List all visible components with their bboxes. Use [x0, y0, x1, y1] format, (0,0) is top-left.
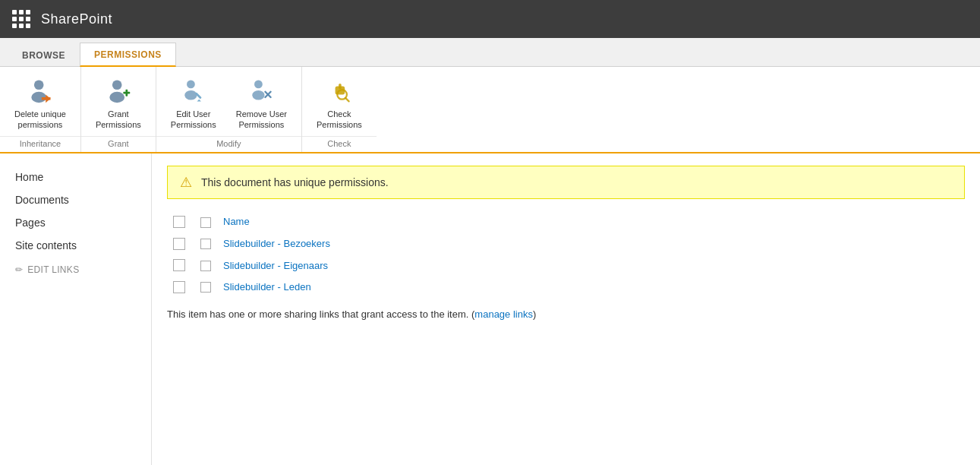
ribbon-buttons-grant: Grant Permissions — [81, 67, 156, 136]
svg-point-5 — [109, 92, 124, 103]
ribbon-group-grant-label: Grant — [81, 136, 156, 152]
row2-checkbox-outer[interactable] — [167, 255, 191, 277]
tab-browse[interactable]: BROWSE — [8, 43, 80, 66]
permissions-table: Name Slidebuilder - Bezoekers Slidebui — [167, 211, 965, 298]
ribbon-buttons-inheritance: Delete unique permissions — [0, 67, 80, 136]
sidebar-item-site-contents[interactable]: Site contents — [0, 234, 151, 257]
ribbon-group-grant: Grant Permissions Grant — [81, 67, 156, 152]
ribbon-group-modify: Edit User Permissions Remove User Permis… — [156, 67, 302, 152]
edit-user-permissions-icon — [178, 75, 209, 106]
app-title: SharePoint — [41, 11, 112, 27]
check-permissions-icon — [324, 75, 355, 106]
check-permissions-label: Check Permissions — [317, 109, 362, 131]
pencil-icon: ✏ — [15, 264, 23, 275]
name-link[interactable]: Name — [223, 216, 250, 227]
grant-permissions-button[interactable]: Grant Permissions — [87, 71, 150, 134]
table-row: Slidebuilder - Leden — [167, 276, 965, 298]
sidebar-item-home[interactable]: Home — [0, 166, 151, 188]
check-permissions-button[interactable]: Check Permissions — [308, 71, 370, 134]
table-header-name: Name — [217, 211, 965, 233]
row1-checkbox-inner[interactable] — [191, 232, 217, 255]
row2-link-cell: Slidebuilder - Eigenaars — [217, 255, 965, 277]
svg-point-0 — [34, 81, 44, 90]
svg-point-13 — [253, 90, 265, 100]
row3-checkbox-inner[interactable] — [191, 276, 217, 298]
ribbon-group-inheritance: Delete unique permissions Inheritance — [0, 67, 81, 152]
ribbon-group-check-label: Check — [302, 136, 377, 152]
svg-rect-17 — [339, 84, 342, 89]
delete-unique-permissions-button[interactable]: Delete unique permissions — [6, 71, 74, 134]
waffle-icon[interactable] — [12, 10, 30, 28]
sidebar-item-documents[interactable]: Documents — [0, 188, 151, 211]
remove-user-permissions-label: Remove User Permissions — [236, 109, 287, 131]
ribbon-buttons-modify: Edit User Permissions Remove User Permis… — [156, 67, 301, 136]
row1-checkbox-outer[interactable] — [167, 232, 191, 255]
delete-unique-label: Delete unique permissions — [14, 109, 66, 131]
svg-rect-7 — [125, 90, 128, 96]
sidebar-item-pages[interactable]: Pages — [0, 211, 151, 234]
svg-point-12 — [254, 81, 263, 89]
svg-marker-11 — [197, 100, 200, 102]
manage-links-link[interactable]: manage links — [474, 308, 533, 320]
warning-icon: ⚠ — [180, 174, 192, 191]
remove-user-permissions-button[interactable]: Remove User Permissions — [228, 71, 295, 134]
remove-user-permissions-icon — [246, 75, 276, 106]
ribbon-group-inheritance-label: Inheritance — [0, 136, 80, 152]
ribbon-group-check: Check Permissions Check — [302, 67, 377, 152]
edit-links-label: EDIT LINKS — [27, 264, 79, 275]
row2-link[interactable]: Slidebuilder - Eigenaars — [223, 260, 328, 271]
ribbon-buttons-check: Check Permissions — [302, 67, 377, 136]
svg-point-8 — [187, 81, 195, 89]
grant-permissions-label: Grant Permissions — [96, 109, 141, 131]
delete-unique-icon — [25, 75, 55, 106]
sharing-text-after: ) — [533, 308, 536, 320]
tab-bar: BROWSE PERMISSIONS — [0, 38, 980, 67]
header-checkbox-inner[interactable] — [191, 211, 217, 233]
edit-links-button[interactable]: ✏ EDIT LINKS — [0, 257, 151, 283]
row1-link[interactable]: Slidebuilder - Bezoekers — [223, 238, 330, 249]
grant-permissions-icon — [103, 75, 134, 106]
warning-banner: ⚠ This document has unique permissions. — [167, 166, 965, 199]
content-area: ⚠ This document has unique permissions. … — [152, 153, 980, 465]
row1-link-cell: Slidebuilder - Bezoekers — [217, 232, 965, 255]
svg-line-19 — [345, 98, 349, 102]
warning-message: This document has unique permissions. — [201, 176, 389, 188]
ribbon-group-modify-label: Modify — [156, 136, 301, 152]
row3-checkbox-outer[interactable] — [167, 276, 191, 298]
svg-point-4 — [112, 81, 122, 90]
sharing-text-before: This item has one or more sharing links … — [167, 308, 474, 320]
ribbon: Delete unique permissions Inheritance Gr… — [0, 67, 980, 153]
row3-link[interactable]: Slidebuilder - Leden — [223, 281, 311, 293]
edit-user-permissions-button[interactable]: Edit User Permissions — [162, 71, 225, 134]
table-row: Slidebuilder - Eigenaars — [167, 255, 965, 277]
table-row: Slidebuilder - Bezoekers — [167, 232, 965, 255]
tab-permissions[interactable]: PERMISSIONS — [80, 43, 176, 67]
main-area: Home Documents Pages Site contents ✏ EDI… — [0, 153, 980, 465]
sidebar: Home Documents Pages Site contents ✏ EDI… — [0, 153, 152, 465]
header-checkbox-outer[interactable] — [167, 211, 191, 233]
svg-rect-3 — [42, 97, 51, 100]
svg-point-9 — [184, 90, 197, 100]
topbar: SharePoint — [0, 0, 980, 38]
edit-user-permissions-label: Edit User Permissions — [171, 109, 216, 131]
sharing-text: This item has one or more sharing links … — [167, 308, 965, 320]
row3-link-cell: Slidebuilder - Leden — [217, 276, 965, 298]
row2-checkbox-inner[interactable] — [191, 255, 217, 277]
